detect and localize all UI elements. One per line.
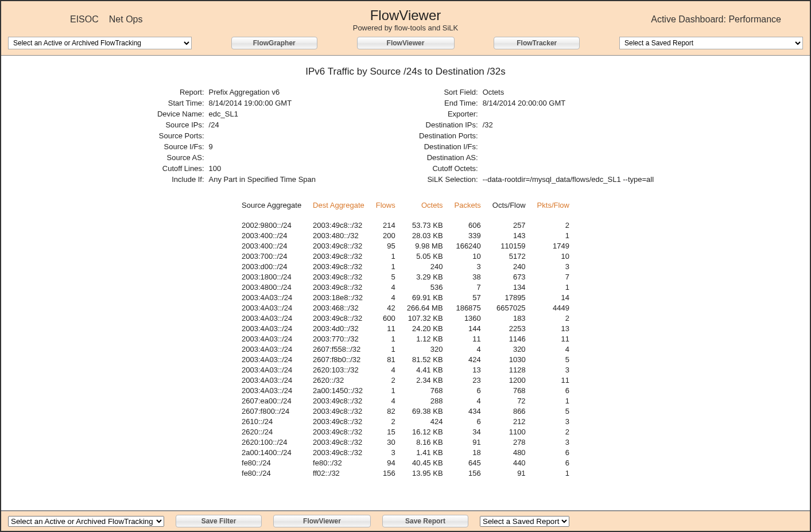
table-row: 2003:400::/242003:49c8::/32959.98 MB1662… — [236, 240, 575, 251]
table-cell: 2 — [370, 375, 401, 385]
flowtracker-button[interactable]: FlowTracker — [494, 37, 580, 49]
table-cell: 5 — [531, 354, 575, 364]
data-table: Source AggregateDest AggregateFlowsOctet… — [236, 201, 575, 478]
report-select-bottom[interactable]: Select a Saved Report — [480, 516, 569, 527]
table-cell: 53.73 KB — [401, 220, 449, 230]
table-cell: 1030 — [487, 354, 531, 364]
table-cell: 2a00:1450::/32 — [307, 385, 370, 395]
table-cell: 5.05 KB — [401, 251, 449, 261]
meta-value: edc_SL1 — [209, 110, 316, 118]
table-cell: 5 — [531, 406, 575, 416]
table-cell: 10 — [449, 251, 487, 261]
table-cell: 3 — [531, 437, 575, 447]
table-cell: 2003:49c8::/32 — [307, 447, 370, 457]
table-cell: 1100 — [487, 426, 531, 437]
table-cell: 69.38 KB — [401, 406, 449, 416]
table-cell: 183 — [487, 313, 531, 323]
table-cell: 2003:4A03::/24 — [236, 364, 307, 375]
table-cell: 2003:4800::/24 — [236, 282, 307, 292]
table-cell: 69.91 KB — [401, 292, 449, 302]
meta-value: /32 — [483, 121, 654, 129]
meta-value: Octets — [483, 88, 654, 96]
table-cell: 2003:400::/24 — [236, 230, 307, 240]
header-nav-left: EISOC Net Ops — [13, 14, 219, 25]
column-header[interactable]: Octets — [401, 201, 449, 220]
table-cell: 2003:4A03::/24 — [236, 292, 307, 302]
table-cell: 2620:103::/32 — [307, 364, 370, 375]
header-center: FlowViewer Powered by flow-tools and SiL… — [219, 7, 592, 32]
column-header[interactable]: Flows — [370, 201, 401, 220]
nav-link-netops[interactable]: Net Ops — [109, 14, 143, 25]
table-cell: 28.03 KB — [401, 230, 449, 240]
table-cell: 2003:4A03::/24 — [236, 354, 307, 364]
flowviewer-button-top[interactable]: FlowViewer — [357, 37, 455, 49]
table-cell: 18 — [449, 447, 487, 457]
meta-value: 9 — [209, 142, 316, 151]
table-cell: 3.29 KB — [401, 271, 449, 282]
table-cell: 7 — [531, 271, 575, 282]
table-cell: 82 — [370, 406, 401, 416]
meta-label: Source Ports: — [157, 131, 204, 140]
table-cell: 57 — [449, 292, 487, 302]
table-cell: 81.52 KB — [401, 354, 449, 364]
table-cell: 257 — [487, 220, 531, 230]
meta-label: Exporter: — [419, 110, 478, 118]
table-cell: 424 — [401, 416, 449, 426]
table-cell: 2a00:1400::/24 — [236, 447, 307, 457]
column-header[interactable]: Pkts/Flow — [531, 201, 575, 220]
table-row: 2003:4A03::/242607:f8b0::/328181.52 KB42… — [236, 354, 575, 364]
table-cell: 2607:f800::/24 — [236, 406, 307, 416]
app-title: FlowViewer — [219, 7, 592, 24]
table-cell: 156 — [449, 468, 487, 478]
meta-left-column: Report:Prefix Aggregation v6Start Time:8… — [157, 88, 316, 184]
table-row: 2003:4800::/242003:49c8::/32453671341 — [236, 282, 575, 292]
table-cell: 1146 — [487, 333, 531, 344]
column-header[interactable]: Packets — [449, 201, 487, 220]
table-cell: 2003:4A03::/24 — [236, 375, 307, 385]
table-cell: 2003:18e8::/32 — [307, 292, 370, 302]
table-row: 2003:400::/242003:480::/3220028.03 KB339… — [236, 230, 575, 240]
dashboard-label[interactable]: Active Dashboard: Performance — [592, 14, 798, 25]
table-cell: 10 — [531, 251, 575, 261]
table-cell: 4 — [449, 395, 487, 406]
table-cell: 212 — [487, 416, 531, 426]
meta-label: Report: — [157, 88, 204, 96]
table-cell: 1.12 KB — [401, 333, 449, 344]
meta-label: Source I/Fs: — [157, 142, 204, 151]
column-header[interactable]: Dest Aggregate — [307, 201, 370, 220]
table-cell: 7 — [449, 282, 487, 292]
table-cell: 240 — [401, 261, 449, 271]
meta-value — [483, 131, 654, 140]
table-cell: 2003:4A03::/24 — [236, 385, 307, 395]
table-cell: 6 — [449, 416, 487, 426]
table-row: 2002:9800::/242003:49c8::/3221453.73 KB6… — [236, 220, 575, 230]
save-filter-button[interactable]: Save Filter — [176, 515, 262, 527]
meta-value — [483, 153, 654, 162]
tracking-select-bottom[interactable]: Select an Active or Archived FlowTrackin… — [8, 516, 164, 527]
table-cell: 1 — [370, 333, 401, 344]
meta-label: Destination IPs: — [419, 121, 478, 129]
report-select-top[interactable]: Select a Saved Report — [619, 37, 803, 49]
table-cell: 1 — [370, 344, 401, 354]
table-cell: 434 — [449, 406, 487, 416]
content-scroll[interactable]: IPv6 Traffic by Source /24s to Destinati… — [1, 56, 810, 510]
flowgrapher-button[interactable]: FlowGrapher — [231, 37, 317, 49]
table-row: 2003:4A03::/242003:18e8::/32469.91 KB571… — [236, 292, 575, 302]
table-cell: 2003:770::/32 — [307, 333, 370, 344]
table-cell: 13.95 KB — [401, 468, 449, 478]
table-row: 2607:f800::/242003:49c8::/328269.38 KB43… — [236, 406, 575, 416]
table-cell: 3 — [370, 447, 401, 457]
table-cell: 2003:49c8::/32 — [307, 426, 370, 437]
table-cell: 200 — [370, 230, 401, 240]
table-cell: 1 — [370, 261, 401, 271]
flowviewer-button-bottom[interactable]: FlowViewer — [273, 515, 371, 527]
table-row: fe80::/24fe80::/329440.45 KB6454406 — [236, 457, 575, 468]
table-cell: 4 — [449, 344, 487, 354]
table-cell: 2620::/24 — [236, 426, 307, 437]
table-cell: 2003:49c8::/32 — [307, 251, 370, 261]
save-report-button[interactable]: Save Report — [382, 515, 468, 527]
table-cell: 34 — [449, 426, 487, 437]
nav-link-eisoc[interactable]: EISOC — [70, 14, 99, 25]
table-row: 2003:4A03::/242003:49c8::/32600107.32 KB… — [236, 313, 575, 323]
tracking-select-top[interactable]: Select an Active or Archived FlowTrackin… — [8, 37, 192, 49]
